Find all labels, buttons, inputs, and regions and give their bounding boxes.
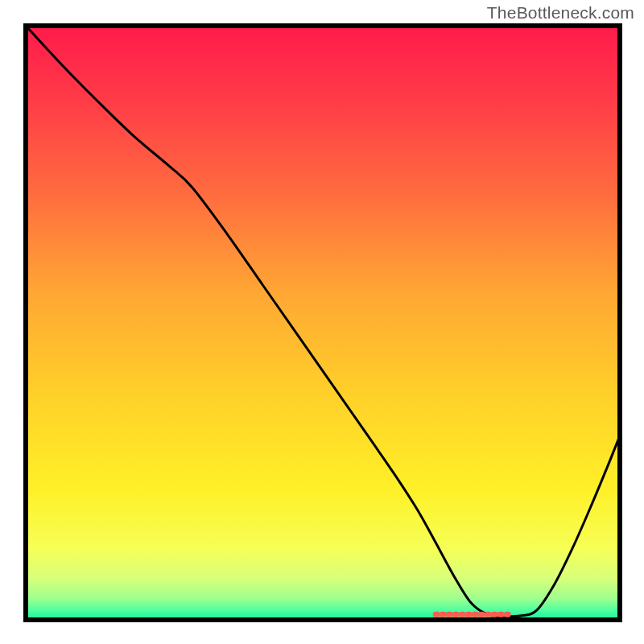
chart-container: TheBottleneck.com: [0, 0, 644, 644]
plot-background: [26, 26, 620, 620]
chart-svg: [0, 0, 644, 644]
watermark-label: TheBottleneck.com: [487, 3, 634, 23]
